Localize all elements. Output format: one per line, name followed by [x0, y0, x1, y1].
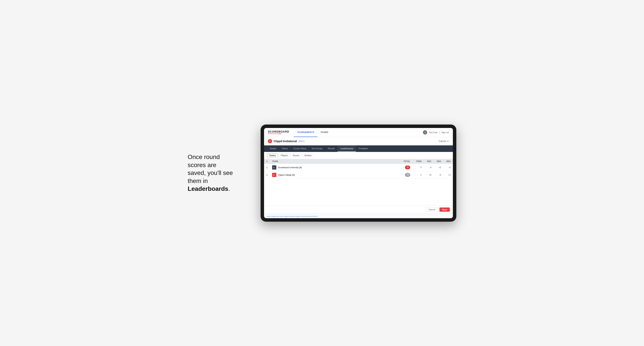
sign-out-link[interactable]: Sign out [441, 131, 449, 134]
col-header-rank: # [264, 159, 270, 164]
sub-nav-tee-groups[interactable]: Tee Groups [309, 145, 325, 152]
svg-text:S: S [273, 167, 274, 169]
leaderboard-table: # TEAM TOTAL THRU RD1 RD2 RD3 1 [264, 159, 453, 179]
team-logo-2: C [272, 173, 276, 177]
sub-nav-course-setup[interactable]: Course Setup [290, 145, 309, 152]
tablet-screen: SCOREBOARD Powered by clippd TOURNAMENTS… [264, 128, 453, 218]
nav-tab-tournaments[interactable]: TOURNAMENTS [294, 128, 318, 137]
rank-1: 1 [264, 164, 270, 171]
total-1: -5 [399, 164, 412, 171]
sub-nav: Details Teams Course Setup Tee Groups Re… [264, 145, 453, 152]
footer-cancel-button[interactable]: Cancel [426, 207, 438, 212]
separator: | [439, 131, 440, 134]
logo-text: SCOREBOARD [268, 130, 289, 133]
rd3-1: -6 [443, 164, 453, 171]
header-right: S Test User | Sign out [423, 130, 449, 135]
col-header-rd1: RD1 [424, 159, 434, 164]
tournament-title: Clippd Invitational [274, 140, 297, 143]
user-avatar: S [423, 130, 427, 135]
filter-strokes[interactable]: Strokes [302, 154, 314, 157]
intro-text: Once round scores are saved, you'll see … [188, 153, 249, 193]
rd3-2: +3 [443, 171, 453, 178]
rd1-2: +8 [424, 171, 434, 178]
filter-players[interactable]: Players [279, 154, 290, 157]
team-cell-1: S Scoreboard University [A] [270, 164, 399, 171]
tournament-icon: C [268, 139, 272, 143]
content-spacer [264, 179, 453, 205]
svg-text:C: C [273, 174, 274, 176]
col-header-rd2: RD2 [434, 159, 443, 164]
tablet-device: SCOREBOARD Powered by clippd TOURNAMENTS… [260, 125, 456, 222]
table-row: 1 S Scoreboard University [A] -5 [264, 164, 453, 171]
tournament-gender: (Men) [298, 140, 304, 143]
rd1-1: -4 [424, 164, 434, 171]
bold-highlight: Leaderboards [188, 185, 228, 192]
sub-nav-leaderboards[interactable]: Leaderboards [338, 145, 356, 152]
thru-2: F [412, 171, 424, 178]
sub-nav-printables[interactable]: Printables [356, 145, 371, 152]
logo: SCOREBOARD Powered by clippd [268, 130, 289, 135]
url-bar: https://stage-blue-coach.stagescoreboard… [264, 213, 453, 218]
filter-scores[interactable]: Scores [291, 154, 302, 157]
nav-tab-teams[interactable]: TEAMS [318, 128, 332, 137]
filter-teams[interactable]: Teams [267, 154, 278, 157]
logo-sub: Powered by clippd [268, 133, 289, 135]
col-header-rd3: RD3 [443, 159, 453, 164]
team-logo-1: S [272, 165, 276, 170]
team-cell-2: C Clippd College [A] [270, 171, 399, 178]
tournament-header: C Clippd Invitational (Men) Cancel ✕ [264, 137, 453, 145]
user-name: Test User [429, 131, 438, 134]
col-header-thru: THRU [412, 159, 424, 164]
sub-nav-results[interactable]: Results [325, 145, 338, 152]
team-name-2: Clippd College [A] [278, 174, 295, 176]
table-header-row: # TEAM TOTAL THRU RD1 RD2 RD3 [264, 159, 453, 164]
total-2: +3 [399, 171, 412, 178]
sub-nav-teams[interactable]: Teams [279, 145, 290, 152]
team-name-1: Scoreboard University [A] [278, 166, 302, 169]
thru-1: F [412, 164, 424, 171]
filter-row: Teams Players Scores Strokes [264, 152, 453, 159]
col-header-total: TOTAL [399, 159, 412, 164]
rd2-2: -8 [434, 171, 443, 178]
rd2-1: +5 [434, 164, 443, 171]
col-header-team: TEAM [270, 159, 399, 164]
rank-2: 2 [264, 171, 270, 178]
sub-nav-details[interactable]: Details [267, 145, 279, 152]
tournament-cancel-button[interactable]: Cancel ✕ [439, 140, 449, 143]
app-header: SCOREBOARD Powered by clippd TOURNAMENTS… [264, 128, 453, 137]
main-nav: TOURNAMENTS TEAMS [294, 128, 332, 137]
table-row: 2 C Clippd College [A] +3 [264, 171, 453, 178]
app-footer: Cancel Save [264, 205, 453, 213]
footer-save-button[interactable]: Save [440, 207, 450, 212]
url-text: https://stage-blue-coach.stagescoreboard… [267, 215, 318, 217]
